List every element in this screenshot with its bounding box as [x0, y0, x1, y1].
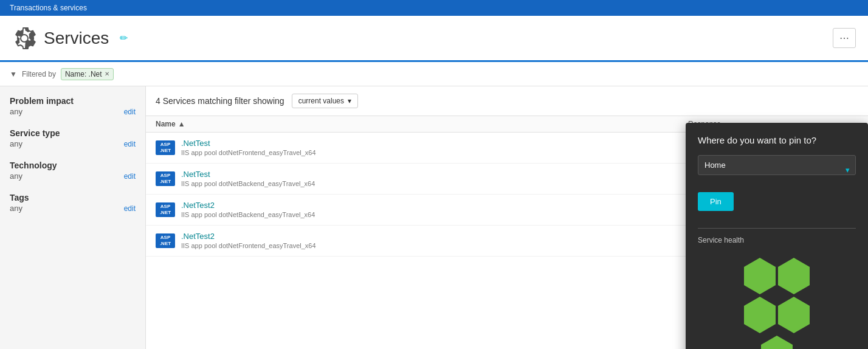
- hex-row-top: [744, 258, 810, 294]
- service-name-cell: ASP.NET .NetTest IIS app pool dotNetBack…: [156, 170, 688, 188]
- service-link[interactable]: .NetTest: [181, 139, 316, 148]
- tags-row: any edit: [10, 204, 136, 213]
- sidebar: Problem impact any edit Service type any…: [0, 86, 146, 349]
- hex-cell: [744, 258, 776, 294]
- asp-net-badge: ASP.NET: [156, 233, 175, 247]
- service-subtitle: IIS app pool dotNetFrontend_easyTravel_x…: [181, 149, 316, 156]
- tags-title: Tags: [10, 193, 136, 202]
- current-values-label: current values: [298, 97, 344, 105]
- filter-technology: Technology any edit: [10, 161, 136, 181]
- service-info: .NetTest2 IIS app pool dotNetFrontend_ea…: [181, 232, 316, 250]
- edit-icon[interactable]: ✏: [120, 32, 128, 44]
- filter-service-type: Service type any edit: [10, 128, 136, 148]
- service-name-cell: ASP.NET .NetTest IIS app pool dotNetFron…: [156, 139, 688, 157]
- problem-impact-value: any: [10, 107, 22, 116]
- service-link[interactable]: .NetTest: [181, 170, 315, 179]
- pin-dropdown-wrapper: Home ▾: [698, 155, 856, 184]
- main-content: Problem impact any edit Service type any…: [0, 86, 868, 349]
- filter-problem-impact: Problem impact any edit: [10, 96, 136, 116]
- services-header: 4 Services matching filter showing curre…: [146, 86, 868, 116]
- service-info: .NetTest IIS app pool dotNetFrontend_eas…: [181, 139, 316, 157]
- more-button[interactable]: ⋯: [833, 28, 856, 48]
- tags-edit[interactable]: edit: [124, 204, 136, 213]
- service-subtitle: IIS app pool dotNetBackend_easyTravel_x6…: [181, 211, 315, 218]
- filter-close-icon[interactable]: ✕: [105, 71, 109, 77]
- problem-impact-edit[interactable]: edit: [124, 108, 136, 116]
- top-bar: Transactions & services: [0, 0, 868, 16]
- asp-net-badge: ASP.NET: [156, 140, 175, 154]
- service-type-edit[interactable]: edit: [124, 140, 136, 148]
- hex-row-middle: [744, 297, 810, 333]
- hex-cell: [761, 336, 793, 349]
- tags-value: any: [10, 204, 22, 213]
- service-type-title: Service type: [10, 128, 136, 138]
- asp-net-badge: ASP.NET: [156, 202, 175, 216]
- service-subtitle: IIS app pool dotNetFrontend_easyTravel_x…: [181, 242, 316, 249]
- hex-cell: [778, 297, 810, 333]
- technology-title: Technology: [10, 161, 136, 170]
- problem-impact-row: any edit: [10, 107, 136, 116]
- service-type-value: any: [10, 139, 22, 148]
- current-values-button[interactable]: current values ▾: [292, 94, 358, 108]
- asp-net-badge: ASP.NET: [156, 171, 175, 185]
- service-info: .NetTest IIS app pool dotNetBackend_easy…: [181, 170, 315, 188]
- pin-button[interactable]: Pin: [698, 192, 734, 211]
- filter-bar: ▼ Filtered by Name: .Net ✕: [0, 62, 868, 86]
- services-area: 4 Services matching filter showing curre…: [146, 86, 868, 349]
- page-header-left: Services ✏: [12, 26, 128, 50]
- hexagon-grid: [698, 252, 856, 349]
- technology-value: any: [10, 171, 22, 181]
- service-link[interactable]: .NetTest2: [181, 232, 316, 241]
- service-health-label: Service health: [698, 236, 856, 244]
- services-count: 4 Services matching filter showing: [156, 96, 284, 106]
- page-header: Services ✏ ⋯: [0, 16, 868, 62]
- column-name: Name ▲: [156, 120, 688, 128]
- service-subtitle: IIS app pool dotNetBackend_easyTravel_x6…: [181, 180, 315, 187]
- gear-icon: [12, 26, 36, 50]
- service-name-cell: ASP.NET .NetTest2 IIS app pool dotNetFro…: [156, 232, 688, 250]
- filter-tags: Tags any edit: [10, 193, 136, 213]
- pin-popup-title: Where do you want to pin to?: [698, 135, 856, 145]
- pin-popup: Where do you want to pin to? Home ▾ Pin …: [686, 123, 868, 349]
- filter-tag-text: Name: .Net: [65, 70, 102, 78]
- service-info: .NetTest2 IIS app pool dotNetBackend_eas…: [181, 201, 315, 219]
- service-name-cell: ASP.NET .NetTest2 IIS app pool dotNetBac…: [156, 201, 688, 219]
- problem-impact-title: Problem impact: [10, 96, 136, 106]
- filter-tag[interactable]: Name: .Net ✕: [61, 68, 114, 80]
- service-type-row: any edit: [10, 139, 136, 148]
- current-values-arrow: ▾: [348, 97, 351, 105]
- service-link[interactable]: .NetTest2: [181, 201, 315, 210]
- pin-divider: [698, 228, 856, 229]
- hex-cell: [778, 258, 810, 294]
- technology-row: any edit: [10, 171, 136, 181]
- pin-destination-dropdown[interactable]: Home: [698, 155, 856, 175]
- filtered-by-label: Filtered by: [22, 70, 56, 78]
- page-title: Services: [44, 29, 109, 48]
- header-actions: ⋯: [833, 28, 856, 48]
- hex-cell: [744, 297, 776, 333]
- hex-row-bottom: [761, 336, 793, 349]
- top-bar-title: Transactions & services: [10, 4, 87, 12]
- filter-icon: ▼: [10, 70, 17, 78]
- technology-edit[interactable]: edit: [124, 172, 136, 181]
